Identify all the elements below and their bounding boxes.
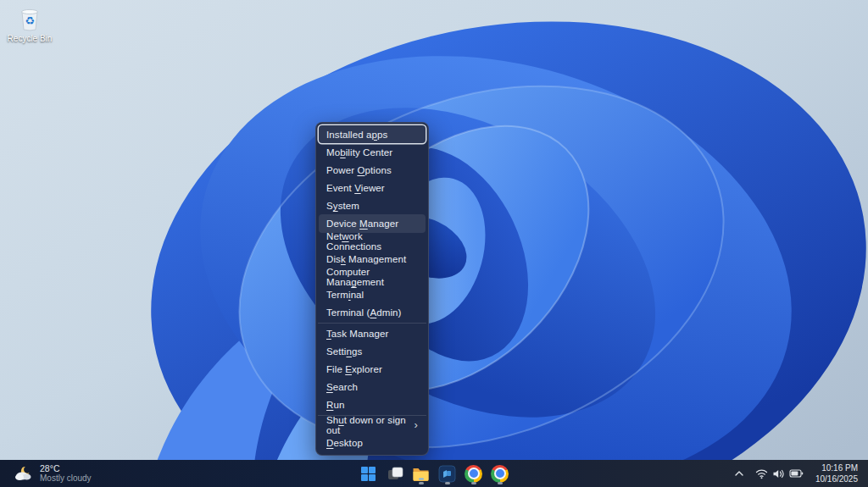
task-view-button[interactable] [384, 462, 405, 485]
menu-item-mobility-center[interactable]: Mobility Center [319, 143, 426, 161]
menu-item-network-connections[interactable]: Network Connections [319, 233, 426, 251]
menu-item-label: Mobility Center [326, 147, 392, 158]
menu-item-label: Shut down or sign out [326, 415, 415, 435]
menu-item-label: Installed apps [326, 130, 387, 140]
desktop: ♻ Recycle Bin Installed appsMobility Cen… [0, 0, 868, 487]
menu-item-shut-down-or-sign-out[interactable]: Shut down or sign out› [319, 417, 426, 434]
menu-item-system[interactable]: System [319, 196, 426, 214]
wifi-icon [755, 468, 768, 479]
menu-item-disk-management[interactable]: Disk Management [319, 251, 426, 268]
menu-item-power-options[interactable]: Power Options [319, 161, 426, 179]
menu-item-label: Terminal (Admin) [326, 307, 402, 318]
weather-temperature: 28°C [40, 463, 92, 473]
start-button[interactable] [358, 462, 379, 485]
chevron-up-icon [734, 468, 744, 479]
chrome-button-1[interactable] [463, 462, 484, 485]
weather-condition: Mostly cloudy [40, 473, 92, 484]
windows-logo-icon [360, 466, 376, 482]
blue-app-icon [438, 465, 456, 483]
weather-icon [14, 464, 34, 483]
blue-app-button[interactable] [437, 462, 458, 485]
menu-item-run[interactable]: Run [319, 396, 426, 413]
chrome-icon [491, 465, 509, 483]
menu-item-label: Settings [326, 346, 362, 357]
running-indicator [498, 482, 503, 484]
running-indicator [471, 482, 476, 484]
quick-settings-button[interactable] [750, 462, 809, 484]
menu-item-label: Event Viewer [326, 183, 385, 193]
folder-icon [412, 466, 430, 482]
recycle-bin[interactable]: ♻ Recycle Bin [5, 5, 54, 43]
menu-item-search[interactable]: Search [319, 378, 426, 396]
menu-item-label: Search [326, 382, 358, 392]
menu-item-label: File Explorer [326, 364, 382, 374]
menu-item-label: Terminal [326, 290, 364, 300]
speaker-icon [772, 468, 785, 479]
taskbar: 28°C Mostly cloudy [0, 460, 868, 487]
tray-date: 10/16/2025 [815, 473, 858, 484]
chrome-button-2[interactable] [489, 462, 510, 485]
menu-item-label: Network Connections [326, 231, 418, 252]
menu-item-label: System [326, 201, 359, 211]
menu-separator [318, 323, 426, 324]
menu-item-label: Desktop [326, 438, 363, 448]
weather-widget[interactable]: 28°C Mostly cloudy [8, 460, 97, 487]
menu-item-label: Task Manager [326, 329, 388, 339]
recycle-bin-icon: ♻ [16, 5, 43, 32]
task-view-icon [387, 465, 403, 482]
submenu-chevron-icon: › [415, 419, 418, 430]
menu-item-label: Computer Management [326, 267, 418, 287]
menu-item-installed-apps[interactable]: Installed apps [319, 125, 426, 143]
wallpaper-bloom [0, 0, 868, 487]
menu-item-terminal-admin[interactable]: Terminal (Admin) [319, 304, 426, 322]
menu-item-device-manager[interactable]: Device Manager [319, 214, 426, 232]
taskbar-center [358, 460, 510, 487]
menu-item-label: Power Options [326, 165, 392, 175]
menu-item-label: Run [326, 400, 344, 410]
file-explorer-button[interactable] [410, 462, 431, 485]
menu-item-computer-management[interactable]: Computer Management [319, 268, 426, 286]
svg-text:♻: ♻ [25, 14, 35, 27]
system-tray: 10:16 PM 10/16/2025 [730, 460, 863, 487]
menu-item-terminal[interactable]: Terminal [319, 286, 426, 304]
running-indicator [419, 482, 424, 484]
chrome-icon [465, 465, 482, 483]
menu-item-task-manager[interactable]: Task Manager [319, 324, 426, 342]
running-indicator [445, 482, 450, 484]
tray-time: 10:16 PM [821, 462, 858, 473]
menu-item-label: Disk Management [326, 254, 406, 264]
battery-icon [789, 468, 804, 479]
menu-item-settings[interactable]: Settings [319, 342, 426, 360]
winx-menu: Installed appsMobility CenterPower Optio… [315, 122, 429, 456]
recycle-bin-label: Recycle Bin [8, 34, 53, 43]
menu-item-file-explorer[interactable]: File Explorer [319, 360, 426, 378]
menu-item-label: Device Manager [326, 219, 398, 229]
tray-overflow-button[interactable] [730, 462, 748, 485]
clock[interactable]: 10:16 PM 10/16/2025 [810, 462, 863, 484]
menu-item-event-viewer[interactable]: Event Viewer [319, 179, 426, 196]
menu-item-desktop[interactable]: Desktop [319, 434, 426, 452]
